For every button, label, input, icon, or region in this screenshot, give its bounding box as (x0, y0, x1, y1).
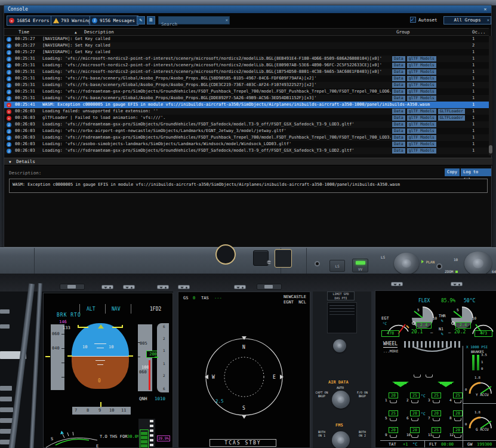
table-row[interactable]: 00:26:03 glTFLoader | Failed to load ani… (4, 115, 489, 121)
toggle-switch[interactable] (234, 285, 246, 289)
wheel-bracket (454, 435, 461, 438)
details-header[interactable]: ▼ Details (4, 158, 492, 165)
efis-mode-knob[interactable] (394, 253, 419, 274)
log-time: 00:25:31 (15, 82, 41, 88)
column-occurrences[interactable]: Oc... (472, 29, 486, 36)
errors-filter-button[interactable]: 16854 Errors (7, 16, 53, 26)
messages-filter-button[interactable]: 9156 Messages (90, 16, 138, 26)
log-file-button[interactable]: 🗎 (147, 16, 155, 24)
log-level-icon (7, 103, 11, 108)
msfs-screen: Console ✕ 16854 Errors 793 Warnings 9156… (0, 0, 496, 448)
efis-range-knob[interactable] (464, 251, 492, 275)
column-group[interactable]: Group (396, 29, 410, 36)
table-row[interactable]: 00:25:31 Loading: 'vfs://fsdreamteam-gsx… (4, 88, 489, 95)
table-row[interactable]: 00:26:03 Loading: 'vfs://asobo-simobject… (4, 141, 489, 148)
log-level-icon (7, 136, 11, 140)
status-separator (463, 440, 463, 447)
table-row[interactable]: 00:25:31 Loading: 'vfs://fs-base/scenery… (4, 82, 489, 88)
log-description: [NAVIGRAPH]: Get Key called (42, 49, 391, 56)
table-row[interactable]: 00:25:27 [NAVIGRAPH]: Set Key called 2 (4, 42, 489, 49)
column-time[interactable]: Time (19, 29, 29, 36)
table-row[interactable]: 00:26:03 Loading failed: unsupported fil… (4, 108, 489, 115)
log-description: glTFLoader | Failed to load animation: '… (42, 115, 391, 121)
table-row[interactable]: 00:25:41 WASM: Exception c0000005 in gau… (4, 102, 489, 108)
roll-zero: 0 (98, 378, 101, 383)
wheel-number: 1 (385, 398, 387, 402)
thr-unit: % (441, 318, 443, 323)
vv-button[interactable]: VV (352, 259, 368, 272)
thr1-tick-5: 5 (417, 308, 420, 312)
details-text[interactable]: WASM: Exception c0000005 in gauge EFIS i… (9, 179, 488, 193)
autoset-checkbox[interactable]: Autoset (410, 16, 438, 24)
collapse-triangle-icon[interactable]: ▼ (9, 159, 11, 164)
qnh-value: 1010 (155, 396, 165, 401)
cockpit-right-edge (492, 5, 496, 248)
n1-dash-right: — (448, 330, 451, 335)
horizon-ref-right (128, 355, 133, 357)
column-description[interactable]: Description (84, 29, 114, 36)
log-time: 00:25:31 (15, 88, 41, 95)
ls-button[interactable]: LS (329, 260, 345, 272)
log-occurrences: 1 (472, 69, 486, 75)
console-title: Console (8, 7, 28, 12)
group-badge: Data (392, 69, 405, 75)
table-row[interactable]: 00:25:27 [NAVIGRAPH]: Get Key called 1 (4, 36, 489, 42)
table-row[interactable]: 00:25:31 Loading: 'vfs://microsoft-nordi… (4, 62, 489, 69)
lever-slider[interactable] (60, 284, 85, 290)
table-row[interactable]: 00:26:03 Loading: 'vfs://fsdreamteam-gsx… (4, 121, 489, 128)
flex-pct: 85.9% (441, 298, 455, 303)
toggle-switch[interactable] (391, 282, 403, 286)
copy-button[interactable]: Copy (445, 168, 460, 176)
log-scrollbar[interactable] (489, 36, 492, 155)
small-knob[interactable] (333, 339, 346, 352)
air-data-knob[interactable] (332, 391, 350, 409)
group-badge: Data (392, 89, 405, 94)
sort-ascending-icon[interactable]: ▲ (75, 29, 77, 36)
wheel-bracket (390, 418, 397, 421)
table-row[interactable]: 00:26:03 Loading: 'vfs://orbx-airport-eg… (4, 128, 489, 134)
table-row[interactable]: 00:25:27 [NAVIGRAPH]: Get Key called 1 (4, 49, 489, 56)
search-input[interactable] (159, 21, 229, 28)
log-to-file-button[interactable]: Log to file (461, 168, 491, 176)
groups-dropdown[interactable]: All Groups ✕ (443, 16, 491, 24)
table-row[interactable]: 00:25:31 Loading: 'vfs://fs-base/scenery… (4, 75, 489, 82)
close-icon[interactable]: ✕ (482, 5, 489, 13)
groups-clear-icon[interactable]: ✕ (487, 17, 489, 24)
table-row[interactable]: 00:26:03 Loading: 'vfs://fsdreamteam-gsx… (4, 134, 489, 141)
square-button[interactable] (253, 250, 269, 266)
speed-040: 040 (52, 346, 60, 351)
gold-ring-knob[interactable] (215, 244, 236, 265)
wheel-temp-value: 25 (453, 392, 463, 398)
toggle-switch[interactable] (123, 285, 135, 289)
scrollbar-thumb[interactable] (489, 145, 492, 154)
efis-range-640-label: 640 (492, 269, 496, 274)
wheel-temp-value: 25 (432, 427, 441, 433)
square-button[interactable] (275, 249, 292, 268)
wheel-number: 12 (449, 432, 454, 437)
ewd-display: FLEX 85.9% 50°C 5 10 2.4 5 10 2.4 TH (375, 290, 496, 448)
toggle-switch[interactable] (101, 285, 113, 289)
toggle-switch[interactable] (178, 285, 190, 289)
log-time: 00:25:31 (15, 69, 41, 75)
vv-button-label: VV (353, 267, 368, 271)
table-row[interactable]: 00:26:03 Loading: 'vfs://fsdreamteam-gsx… (4, 148, 489, 154)
wheel-temp-value: 20 (453, 410, 463, 416)
table-row[interactable]: 00:25:31 Loading: 'vfs://microsoft-nordi… (4, 69, 489, 75)
log-table-header: Time ▲ Description Group Oc... (4, 28, 489, 36)
capt-bkup-label: CAPT ON BKUP (314, 391, 329, 398)
log-description: Loading: 'vfs://microsoft-nordics2-point… (42, 62, 391, 69)
toggle-switch[interactable] (157, 285, 169, 289)
console-titlebar[interactable]: Console ✕ (4, 5, 491, 13)
log-time: 00:25:27 (15, 49, 41, 56)
search-clear-icon[interactable]: ✕ (226, 18, 228, 23)
fms-knob[interactable] (332, 431, 350, 448)
thr2-value: 2.4 (455, 322, 471, 329)
clear-log-button[interactable]: ✎ (137, 16, 145, 24)
lever-slider[interactable] (257, 284, 282, 290)
airport-code: EGNT NCL (284, 300, 306, 305)
table-row[interactable]: 00:25:31 Loading: 'vfs://fs-base/scenery… (4, 95, 489, 102)
table-row[interactable]: 00:25:31 Loading: 'vfs://microsoft-nordi… (4, 56, 489, 62)
toggle-switch[interactable] (451, 282, 463, 286)
log-time: 00:25:31 (15, 62, 41, 69)
center-panel: LIMIT SPD DAS PTI AIR DATA AUTO CAPT ON … (313, 291, 371, 448)
